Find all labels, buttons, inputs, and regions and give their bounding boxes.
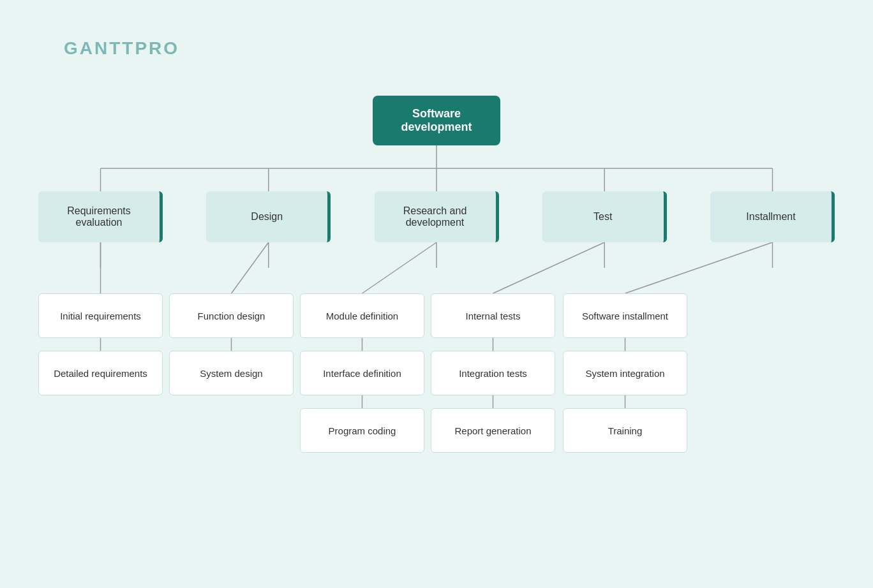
level2-detailed-req: Detailed requirements xyxy=(38,351,163,395)
svg-line-22 xyxy=(625,242,773,293)
level1-req: Requirements evaluation xyxy=(38,191,163,242)
svg-line-11 xyxy=(232,242,269,293)
level1-row: Requirements evaluation Design Research … xyxy=(32,191,841,242)
level2-module-def: Module definition xyxy=(300,293,424,338)
level2-initial-req: Initial requirements xyxy=(38,293,163,338)
level1-install: Installment xyxy=(710,191,835,242)
level2-interface-def: Interface definition xyxy=(300,351,424,395)
level2-internal-tests: Internal tests xyxy=(431,293,555,338)
level2-col-design: Function design System design xyxy=(169,293,294,395)
level2-integration-tests: Integration tests xyxy=(431,351,555,395)
svg-line-18 xyxy=(493,242,605,293)
logo: GANTTPRO xyxy=(64,38,179,59)
level2-col-test: Internal tests Integration tests Report … xyxy=(431,293,555,453)
level2-function-design: Function design xyxy=(169,293,294,338)
level1-research: Research and development xyxy=(375,191,499,242)
level2-col-research: Module definition Interface definition P… xyxy=(300,293,424,453)
level1-test: Test xyxy=(542,191,667,242)
root-node: Software development xyxy=(373,96,500,145)
level2-system-integration: System integration xyxy=(563,351,687,395)
level2-software-install: Software installment xyxy=(563,293,687,338)
org-chart: Software development Requirements evalua… xyxy=(32,96,841,569)
level2-col-req: Initial requirements Detailed requiremen… xyxy=(38,293,163,395)
level2-col-install: Software installment System integration … xyxy=(563,293,687,453)
svg-line-14 xyxy=(362,242,437,293)
level2-training: Training xyxy=(563,408,687,453)
level2-report-gen: Report generation xyxy=(431,408,555,453)
level2-system-design: System design xyxy=(169,351,294,395)
level1-design: Design xyxy=(206,191,331,242)
level2-program-coding: Program coding xyxy=(300,408,424,453)
